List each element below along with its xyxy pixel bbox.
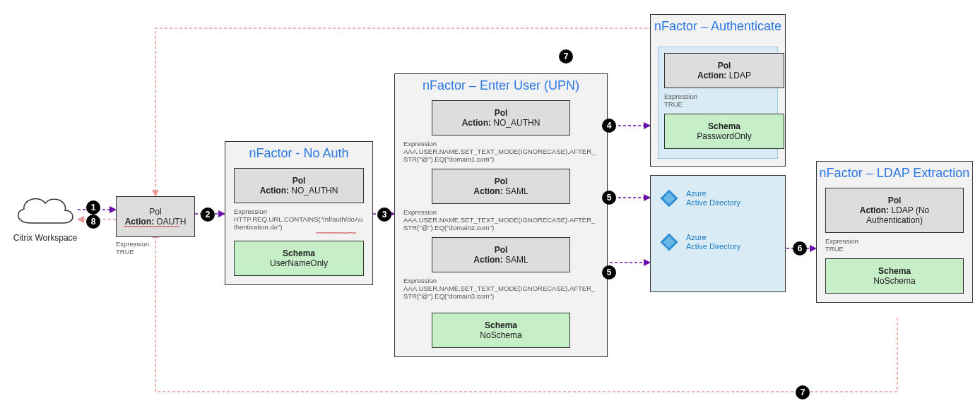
schema-box: Schema UserNameOnly <box>234 241 364 276</box>
nfactor-title: nFactor – Enter User (UPN) <box>395 78 607 93</box>
nfactor-title: nFactor – Authenticate <box>651 19 785 34</box>
step-badge: 1 <box>86 200 100 215</box>
spellcheck-underline: ~~~~~~~~~~~~~~~~~~~~~ <box>123 223 188 230</box>
step-badge: 5 <box>602 191 616 205</box>
step-badge: 4 <box>602 119 616 133</box>
cloud-label: Citrix Workspace <box>3 233 88 243</box>
nfactor-no-auth: nFactor - No Auth Pol Action: NO_AUTHN E… <box>225 141 373 285</box>
diagram-canvas: Citrix Workspace Pol Action: OAUTH ~~~~~… <box>0 0 980 403</box>
azure-ad-icon <box>659 232 679 252</box>
oauth-expr: Expression TRUE <box>116 237 149 261</box>
pol-label: Pol <box>119 207 191 217</box>
pol-box: Pol Action: NO_AUTHN <box>432 100 570 136</box>
pol-box: Pol Action: LDAP <box>664 53 784 88</box>
schema-box: Schema NoSchema <box>825 258 964 294</box>
auth-inner-panel: Pol Action: LDAP Expression TRUE Schema … <box>658 47 778 159</box>
nfactor-upn: nFactor – Enter User (UPN) Pol Action: N… <box>394 73 608 357</box>
nfactor-title: nFactor - No Auth <box>225 146 372 161</box>
azure-entry: Azure Active Directory <box>659 188 777 208</box>
nfactor-authenticate: nFactor – Authenticate Pol Action: LDAP … <box>650 14 786 167</box>
step-badge: 7 <box>559 49 573 64</box>
step-badge: 5 <box>602 265 616 279</box>
pol-box: Pol Action: SAML <box>432 169 570 204</box>
step-badge: 6 <box>793 241 807 255</box>
azure-ad-box: Azure Active Directory Azure Active Dire… <box>650 175 786 292</box>
azure-entry: Azure Active Directory <box>659 232 777 252</box>
step-badge: 3 <box>377 207 391 222</box>
step-badge: 7 <box>796 385 810 399</box>
pol-box: Pol Action: SAML <box>432 237 570 272</box>
cloud-icon <box>10 191 78 231</box>
schema-box: Schema NoSchema <box>432 313 570 348</box>
oauth-node: Pol Action: OAUTH <box>116 196 195 237</box>
step-badge: 8 <box>86 215 100 229</box>
nfactor-title: nFactor – LDAP Extraction <box>817 166 972 181</box>
pol-box: Pol Action: NO_AUTHN <box>234 168 364 203</box>
step-badge: 2 <box>201 207 215 222</box>
azure-ad-icon <box>659 188 679 208</box>
nfactor-ldap-extraction: nFactor – LDAP Extraction Pol Action: LD… <box>816 161 973 303</box>
pol-box: Pol Action: LDAP (No Authentication) <box>825 188 964 233</box>
schema-box: Schema PasswordOnly <box>664 114 784 149</box>
